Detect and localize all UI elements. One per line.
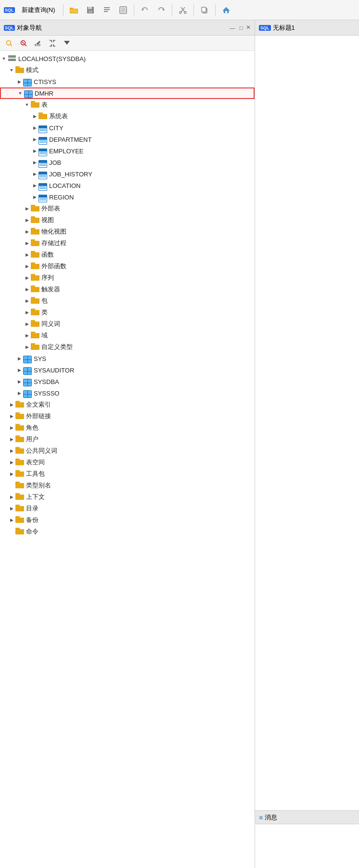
panel-minimize-button[interactable]: — xyxy=(229,24,236,32)
nav-search-button[interactable] xyxy=(3,37,15,50)
tree-item-sys[interactable]: ▶ SYS xyxy=(0,353,255,364)
table-department-icon xyxy=(38,134,47,145)
region-label: REGION xyxy=(49,194,74,201)
tree-item-gongyong-tongyici[interactable]: ▶ 公共同义词 xyxy=(0,445,255,457)
panel-maximize-button[interactable]: □ xyxy=(237,24,245,32)
minglin-label: 命令 xyxy=(26,527,38,536)
home-button[interactable] xyxy=(219,3,233,17)
schema-syssso-icon xyxy=(23,388,32,398)
server-icon xyxy=(8,54,16,63)
tree-item-hanshu[interactable]: ▶ 函数 xyxy=(0,249,255,260)
tree-item-yonghu[interactable]: ▶ 用户 xyxy=(0,434,255,445)
save-button[interactable] xyxy=(84,3,97,17)
tree-item-department[interactable]: ▶ DEPARTMENT xyxy=(0,134,255,145)
svg-rect-8 xyxy=(104,11,108,12)
panel-close-button[interactable]: ✕ xyxy=(246,24,251,32)
tree-item-syssso[interactable]: ▶ SYSSSO xyxy=(0,387,255,399)
tree-item-dmhr[interactable]: ▼ DMHR xyxy=(0,87,255,99)
tree-item-xitongbiao[interactable]: ▶ 系统表 xyxy=(0,111,255,122)
message-title: 消息 xyxy=(265,813,277,822)
expand-moshi[interactable]: ▼ xyxy=(8,66,15,74)
tree-item-waibubiao[interactable]: ▶ 外部表 xyxy=(0,203,255,214)
nav-filter-button[interactable] xyxy=(17,37,30,50)
open-folder-button[interactable] xyxy=(67,3,81,17)
folder-icon xyxy=(15,528,24,536)
cut-button[interactable] xyxy=(176,3,190,17)
new-query-button[interactable]: 新建查询(N) xyxy=(18,4,59,16)
tree-item-city[interactable]: ▶ CITY xyxy=(0,122,255,134)
copy-button[interactable] xyxy=(198,3,211,17)
divider-1 xyxy=(63,4,64,16)
tree-item-shitu[interactable]: ▶ 视图 xyxy=(0,214,255,226)
tree-item-biao[interactable]: ▼ 表 xyxy=(0,99,255,111)
tree-item-gongju-bao[interactable]: ▶ 工具包 xyxy=(0,468,255,480)
tree-item-waibu-lianjie[interactable]: ▶ 外部链接 xyxy=(0,410,255,422)
tree-item-xulie[interactable]: ▶ 序列 xyxy=(0,272,255,284)
toolbar-btn-4[interactable] xyxy=(116,3,130,17)
nav-dropdown-button[interactable] xyxy=(61,37,73,50)
tree-item-beifen[interactable]: ▶ 备份 xyxy=(0,514,255,526)
redo-button[interactable] xyxy=(154,3,168,17)
svg-line-24 xyxy=(25,44,26,46)
tree-item-region[interactable]: ▶ REGION xyxy=(0,191,255,203)
table-city-icon xyxy=(38,123,47,133)
tree-item-employee[interactable]: ▶ EMPLOYEE xyxy=(0,145,255,157)
beifen-label: 备份 xyxy=(26,516,38,524)
hanshu-label: 函数 xyxy=(41,250,54,259)
divider-3 xyxy=(172,4,172,16)
folder-icon xyxy=(31,297,39,305)
tree-item-leixing-biemi[interactable]: ▶ 类型别名 xyxy=(0,480,255,491)
xitongbiao-label: 系统表 xyxy=(49,112,68,121)
tree-item-wuhuashitu[interactable]: ▶ 物化视图 xyxy=(0,226,255,237)
svg-point-16 xyxy=(184,12,186,13)
tree-item-bao[interactable]: ▶ 包 xyxy=(0,295,255,307)
table-employee-icon xyxy=(38,146,47,156)
svg-rect-4 xyxy=(88,7,92,9)
moshi-label: 模式 xyxy=(26,66,38,74)
expand-xitongbiao[interactable]: ▶ xyxy=(31,112,38,120)
expand-localhost[interactable]: ▼ xyxy=(0,55,8,62)
folder-icon xyxy=(31,228,39,236)
tree-item-minglin[interactable]: ▶ 命令 xyxy=(0,526,255,537)
folder-icon xyxy=(15,493,24,501)
tree-item-mulu[interactable]: ▶ 目录 xyxy=(0,503,255,514)
tree-item-sysauditor[interactable]: ▶ SYSAUDITOR xyxy=(0,364,255,376)
nav-expand-button[interactable] xyxy=(46,37,59,50)
tree-item-jiaose[interactable]: ▶ 角色 xyxy=(0,422,255,434)
tree-item-sysdba[interactable]: ▶ SYSDBA xyxy=(0,376,255,387)
tree-item-moshi[interactable]: ▼ 模式 xyxy=(0,64,255,76)
svg-rect-2 xyxy=(70,9,77,13)
expand-ctisys[interactable]: ▶ xyxy=(15,78,23,86)
tree-item-cunchu[interactable]: ▶ 存储过程 xyxy=(0,237,255,249)
tree-item-job-history[interactable]: ▶ JOB_HISTORY xyxy=(0,168,255,180)
tree-item-zidingyi[interactable]: ▶ 自定义类型 xyxy=(0,341,255,353)
right-content-area[interactable] xyxy=(255,36,359,810)
divider-2 xyxy=(134,4,134,16)
cunchu-label: 存储过程 xyxy=(41,239,66,248)
tree-item-chufa[interactable]: ▶ 触发器 xyxy=(0,284,255,295)
tree-container[interactable]: ▼ LOCALHOST(SYSDBA) ▼ 模式 ▶ xyxy=(0,51,255,868)
tree-item-job[interactable]: ▶ JOB xyxy=(0,157,255,168)
tree-item-yu[interactable]: ▶ 域 xyxy=(0,330,255,341)
tree-item-tongyici[interactable]: ▶ 同义词 xyxy=(0,318,255,330)
tree-item-biaokongji[interactable]: ▶ 表空间 xyxy=(0,457,255,468)
undo-button[interactable] xyxy=(138,3,152,17)
tree-item-location[interactable]: ▶ LOCATION xyxy=(0,180,255,191)
divider-4 xyxy=(193,4,194,16)
tree-item-localhost[interactable]: ▼ LOCALHOST(SYSDBA) xyxy=(0,53,255,64)
tree-item-shangxia-wen[interactable]: ▶ 上下文 xyxy=(0,491,255,503)
nav-edit-button[interactable] xyxy=(32,37,44,50)
lei-label: 类 xyxy=(41,308,48,317)
tree-item-quanwensouyin[interactable]: ▶ 全文索引 xyxy=(0,399,255,410)
tree-item-lei[interactable]: ▶ 类 xyxy=(0,307,255,318)
bao-label: 包 xyxy=(41,297,48,305)
expand-dmhr[interactable]: ▼ xyxy=(16,89,24,97)
schema-ctisys-icon xyxy=(23,77,32,87)
expand-biao[interactable]: ▼ xyxy=(23,101,31,109)
tree-item-waibu-hanshu[interactable]: ▶ 外部函数 xyxy=(0,260,255,272)
panel-title: 对象导航 xyxy=(17,24,227,32)
tree-item-ctisys[interactable]: ▶ CTISYS xyxy=(0,76,255,87)
right-tab-header: SQL 无标题1 xyxy=(255,20,359,36)
toolbar-btn-3[interactable] xyxy=(100,3,114,17)
folder-icon xyxy=(31,274,39,282)
